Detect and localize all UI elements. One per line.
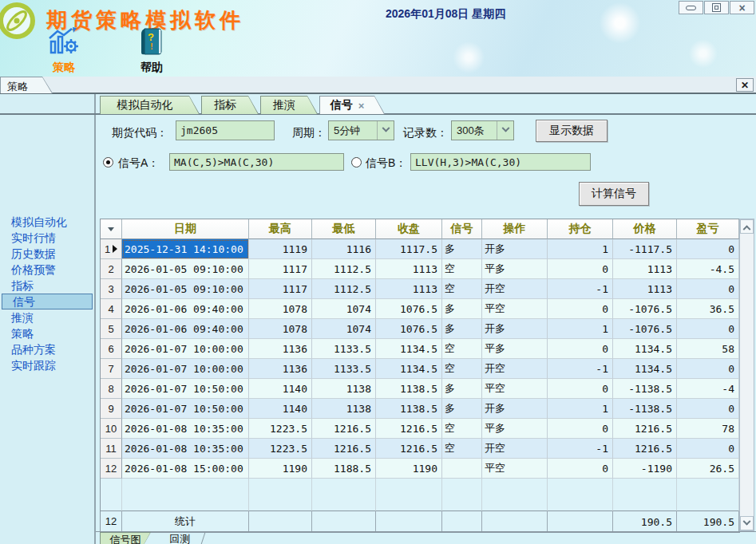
- row-number-cell[interactable]: 7: [101, 359, 122, 379]
- table-cell[interactable]: 1134.5: [376, 359, 442, 379]
- table-cell[interactable]: 平空: [482, 299, 548, 319]
- panel-close-button[interactable]: ✕: [736, 78, 754, 92]
- table-cell[interactable]: -1076.5: [613, 299, 677, 319]
- table-cell[interactable]: -1117.5: [613, 239, 677, 259]
- vertical-scrollbar[interactable]: [739, 219, 754, 531]
- bottom-tab-1[interactable]: 回测: [155, 532, 205, 544]
- table-cell[interactable]: 多: [442, 299, 482, 319]
- sidebar-item-4[interactable]: 指标: [0, 278, 94, 294]
- table-cell[interactable]: 多: [442, 379, 482, 399]
- table-cell[interactable]: 0: [677, 359, 739, 379]
- table-cell[interactable]: 1078: [249, 319, 312, 339]
- table-cell[interactable]: 78: [677, 419, 739, 439]
- table-cell[interactable]: 1216.5: [312, 439, 376, 459]
- row-number-cell[interactable]: 9: [101, 399, 122, 419]
- table-cell[interactable]: 1138.5: [376, 379, 442, 399]
- table-cell[interactable]: [442, 459, 482, 479]
- table-cell[interactable]: 1: [548, 399, 613, 419]
- table-cell[interactable]: -4.5: [677, 259, 739, 279]
- table-cell[interactable]: 0: [677, 439, 739, 459]
- table-cell[interactable]: 开多: [482, 239, 548, 259]
- maximize-button[interactable]: [704, 1, 729, 14]
- help-tool-button[interactable]: ? ! 帮助: [123, 27, 180, 75]
- signal-a-input[interactable]: [169, 153, 344, 171]
- table-cell[interactable]: 1138: [312, 399, 376, 419]
- scroll-down-button[interactable]: [740, 516, 754, 530]
- table-cell[interactable]: 1117: [249, 259, 312, 279]
- header-cell-3[interactable]: 最低: [312, 219, 376, 239]
- table-cell[interactable]: 2026-01-08 10:35:00: [122, 439, 249, 459]
- sidebar-item-1[interactable]: 实时行情: [0, 230, 94, 246]
- table-cell[interactable]: 1190: [249, 459, 312, 479]
- row-number-cell[interactable]: 4: [101, 299, 122, 319]
- sidebar-item-0[interactable]: 模拟自动化: [0, 214, 94, 230]
- table-cell[interactable]: 开空: [482, 359, 548, 379]
- table-cell[interactable]: 平多: [482, 419, 548, 439]
- table-cell[interactable]: 1136: [249, 339, 312, 359]
- header-cell-2[interactable]: 最高: [249, 219, 312, 239]
- table-cell[interactable]: 2026-01-07 10:50:00: [122, 399, 249, 419]
- table-cell[interactable]: 1134.5: [613, 339, 677, 359]
- table-cell[interactable]: 2026-01-08 10:35:00: [122, 419, 249, 439]
- table-cell[interactable]: 1223.5: [249, 419, 312, 439]
- close-button[interactable]: ×: [730, 1, 754, 14]
- table-cell[interactable]: 2026-01-07 10:00:00: [122, 359, 249, 379]
- main-tab-0[interactable]: 模拟自动化: [100, 96, 200, 114]
- table-cell[interactable]: 1188.5: [312, 459, 376, 479]
- table-cell[interactable]: 开多: [482, 399, 548, 419]
- table-cell[interactable]: 1: [548, 239, 613, 259]
- sidebar-item-9[interactable]: 实时跟踪: [0, 357, 94, 373]
- table-cell[interactable]: 1223.5: [249, 439, 312, 459]
- table-cell[interactable]: 1076.5: [376, 299, 442, 319]
- table-cell[interactable]: 2026-01-06 09:40:00: [122, 299, 249, 319]
- main-tab-3[interactable]: 信号×: [319, 96, 385, 114]
- tab-close-icon[interactable]: ×: [358, 100, 365, 112]
- table-cell[interactable]: 1113: [613, 259, 677, 279]
- table-cell[interactable]: -1: [548, 439, 613, 459]
- strategy-panel-tab[interactable]: 策略: [0, 77, 53, 93]
- table-cell[interactable]: 开空: [482, 279, 548, 299]
- table-cell[interactable]: 0: [548, 299, 613, 319]
- table-cell[interactable]: 1190: [376, 459, 442, 479]
- table-cell[interactable]: 0: [677, 239, 739, 259]
- table-cell[interactable]: 1216.5: [376, 419, 442, 439]
- table-cell[interactable]: 1078: [249, 299, 312, 319]
- table-cell[interactable]: 0: [677, 279, 739, 299]
- main-tab-1[interactable]: 指标: [201, 96, 259, 114]
- row-number-cell[interactable]: 6: [101, 339, 122, 359]
- table-cell[interactable]: 0: [548, 459, 613, 479]
- table-cell[interactable]: 空: [442, 419, 482, 439]
- table-cell[interactable]: 1117.5: [376, 239, 442, 259]
- table-cell[interactable]: 26.5: [677, 459, 739, 479]
- table-cell[interactable]: -1076.5: [613, 319, 677, 339]
- table-cell[interactable]: 0: [548, 379, 613, 399]
- header-cell-1[interactable]: 日期: [122, 219, 249, 239]
- table-cell[interactable]: 2026-01-07 10:00:00: [122, 339, 249, 359]
- records-select-arrow[interactable]: [497, 121, 513, 140]
- table-cell[interactable]: 1113: [376, 259, 442, 279]
- table-cell[interactable]: 1140: [249, 379, 312, 399]
- table-cell[interactable]: 2026-01-05 09:10:00: [122, 259, 249, 279]
- sidebar-item-3[interactable]: 价格预警: [0, 262, 94, 278]
- table-cell[interactable]: 开空: [482, 439, 548, 459]
- scroll-up-button[interactable]: [740, 219, 754, 234]
- table-cell[interactable]: 1113: [376, 279, 442, 299]
- table-cell[interactable]: 0: [548, 339, 613, 359]
- header-cell-7[interactable]: 持仓: [548, 219, 613, 239]
- table-cell[interactable]: 0: [677, 399, 739, 419]
- table-cell[interactable]: 1117: [249, 279, 312, 299]
- row-number-cell[interactable]: 1: [101, 239, 122, 259]
- table-cell[interactable]: 平空: [482, 459, 548, 479]
- sidebar-item-2[interactable]: 历史数据: [0, 246, 94, 262]
- table-cell[interactable]: -1138.5: [613, 379, 677, 399]
- calc-signal-button[interactable]: 计算信号: [579, 182, 649, 206]
- bottom-tab-0[interactable]: 信号图: [100, 532, 151, 544]
- main-tab-2[interactable]: 推演: [260, 96, 318, 114]
- table-cell[interactable]: 1133.5: [312, 339, 376, 359]
- row-number-cell[interactable]: 5: [101, 319, 122, 339]
- period-select-arrow[interactable]: [377, 121, 394, 140]
- show-data-button[interactable]: 显示数据: [536, 120, 608, 142]
- table-cell[interactable]: 平多: [482, 339, 548, 359]
- table-cell[interactable]: 0: [548, 419, 613, 439]
- sidebar-item-8[interactable]: 品种方案: [0, 341, 94, 357]
